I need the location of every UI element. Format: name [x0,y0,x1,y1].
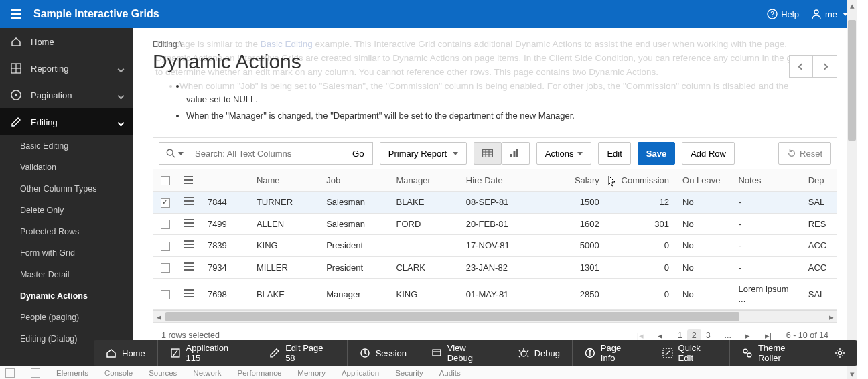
row-menu-icon[interactable] [184,262,194,271]
sidebar-subitem-validation[interactable]: Validation [0,157,133,178]
column-header-col2[interactable] [201,169,250,191]
search-menu-button[interactable] [159,142,190,165]
row-menu-icon[interactable] [184,289,194,297]
cell[interactable]: TURNER [250,191,319,213]
devtools-tab-network[interactable]: Network [193,369,221,377]
sidebar-item-pagination[interactable]: Pagination [0,82,133,108]
chart-view-button[interactable] [502,142,530,165]
cell[interactable]: 2850 [536,279,605,310]
add-row-button[interactable]: Add Row [682,142,735,165]
devtools-tab-application[interactable]: Application [342,369,379,377]
cell[interactable]: 1301 [536,256,605,279]
cell[interactable]: No [676,235,731,257]
cell[interactable]: 0 [606,279,676,310]
cell[interactable]: 17-NOV-81 [459,235,536,257]
sidebar-subitem-delete-only[interactable]: Delete Only [0,200,133,221]
devbar-settings[interactable] [822,340,857,366]
cell[interactable]: 01-MAY-81 [459,279,536,310]
cell[interactable]: Manager [319,279,389,310]
cell[interactable]: 7698 [201,279,250,310]
cell[interactable]: SAL [802,279,837,310]
column-header-Commission[interactable]: Commission [606,169,676,191]
cell[interactable]: 301 [606,213,676,235]
cell[interactable]: President [319,256,389,279]
cell[interactable]: RES [802,213,837,235]
grid-view-button[interactable] [474,142,502,165]
devtools-tab-security[interactable]: Security [395,369,423,377]
cell[interactable]: Salesman [319,191,389,213]
cell[interactable]: Salesman [319,213,389,235]
devbar-view-debug[interactable]: View Debug [419,340,506,366]
cell[interactable]: BLAKE [250,279,319,310]
sidebar-item-editing[interactable]: Editing [0,108,133,135]
cell[interactable]: 7844 [201,191,250,213]
column-header-Dep[interactable]: Dep [802,169,837,191]
cell[interactable]: - [731,213,801,235]
table-row[interactable]: 7844TURNERSalesmanBLAKE08-SEP-81150012No… [153,191,837,213]
column-header-Hire Date[interactable]: Hire Date [459,169,536,191]
cell[interactable]: 23-JAN-82 [459,256,536,279]
column-header-Manager[interactable]: Manager [389,169,459,191]
column-header-Salary[interactable]: Salary [536,169,605,191]
device-icon[interactable] [31,368,40,378]
cell[interactable]: SAL [802,191,837,213]
cell[interactable]: - [731,235,801,257]
cell[interactable]: 0 [606,256,676,279]
select-all-checkbox[interactable] [161,176,170,185]
cell[interactable]: 1500 [536,191,605,213]
cell[interactable]: KING [250,235,319,257]
horizontal-scrollbar[interactable]: ◂▸ [153,310,837,322]
devtools-tab-sources[interactable]: Sources [149,369,177,377]
sidebar-item-reporting[interactable]: Reporting [0,55,133,82]
row-menu-icon[interactable] [184,197,194,205]
cell[interactable]: No [676,279,731,310]
row-checkbox[interactable] [161,198,170,208]
cell[interactable]: 1602 [536,213,605,235]
cell[interactable]: ALLEN [250,213,319,235]
cell[interactable] [389,235,459,257]
edit-button[interactable]: Edit [598,142,630,165]
reset-button[interactable]: Reset [778,142,831,165]
go-button[interactable]: Go [344,142,373,165]
table-row[interactable]: 7934MILLERPresidentCLARK23-JAN-8213010No… [153,256,837,279]
cell[interactable]: 12 [606,191,676,213]
row-checkbox[interactable] [161,220,170,229]
search-input[interactable] [190,142,344,165]
cell[interactable]: 0 [606,235,676,257]
table-row[interactable]: 7698BLAKEManagerKING01-MAY-8128500NoLore… [153,279,837,310]
sidebar-item-home[interactable]: Home [0,28,133,55]
column-header-Notes[interactable]: Notes [731,169,801,191]
sidebar-subitem-master-detail[interactable]: Master Detail [0,264,133,285]
save-button[interactable]: Save [638,142,675,165]
devtools-tab-console[interactable]: Console [104,369,133,377]
devbar-theme-roller[interactable]: Theme Roller [730,340,822,366]
cell[interactable]: 7934 [201,256,250,279]
table-row[interactable]: 7499ALLENSalesmanFORD20-FEB-811602301No-… [153,213,837,235]
sidebar-subitem-people-paging-[interactable]: People (paging) [0,307,133,328]
devtools-tab-audits[interactable]: Audits [439,369,461,377]
actions-menu[interactable]: Actions [536,142,592,165]
devtools-tab-memory[interactable]: Memory [297,369,326,377]
row-menu-icon[interactable] [184,176,193,184]
table-row[interactable]: 7839KINGPresident17-NOV-8150000No-ACC [153,235,837,257]
breadcrumb[interactable]: Editing \ [153,39,837,49]
devbar-application-115[interactable]: Application 115 [158,340,258,366]
cell[interactable]: Lorem ipsum ... [731,279,801,310]
cell[interactable]: - [731,256,801,279]
report-select[interactable]: Primary Report [380,142,467,165]
cell[interactable]: FORD [389,213,459,235]
devtools-tab-elements[interactable]: Elements [56,369,88,377]
column-header-Job[interactable]: Job [319,169,389,191]
cell[interactable]: KING [389,279,459,310]
row-menu-icon[interactable] [184,219,194,227]
cell[interactable]: ACC [802,256,837,279]
cell[interactable]: BLAKE [389,191,459,213]
cell[interactable]: No [676,191,731,213]
devbar-quick-edit[interactable]: Quick Edit [650,340,730,366]
row-checkbox[interactable] [161,290,170,299]
sidebar-subitem-dynamic-actions[interactable]: Dynamic Actions [0,285,133,307]
cell[interactable]: 7499 [201,213,250,235]
cell[interactable]: MILLER [250,256,319,279]
help-link[interactable]: ? Help [767,9,799,19]
devbar-debug[interactable]: Debug [506,340,573,366]
